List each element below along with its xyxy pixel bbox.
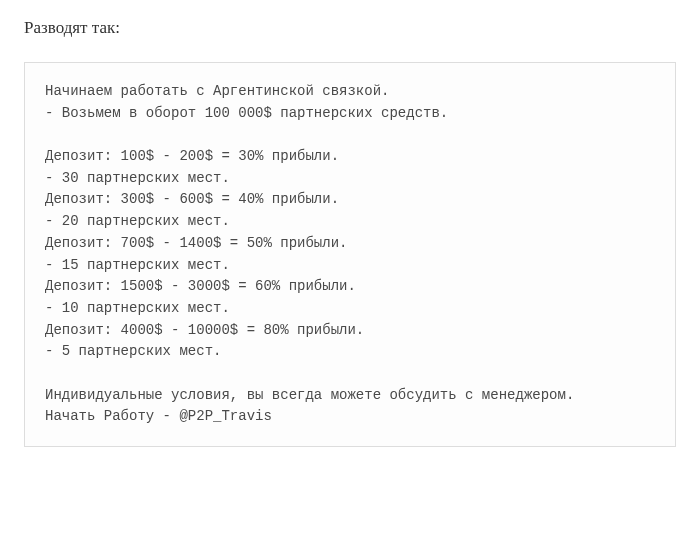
- quoted-message-block: Начинаем работать с Аргентинской связкой…: [24, 62, 676, 447]
- section-heading: Разводят так:: [24, 18, 676, 38]
